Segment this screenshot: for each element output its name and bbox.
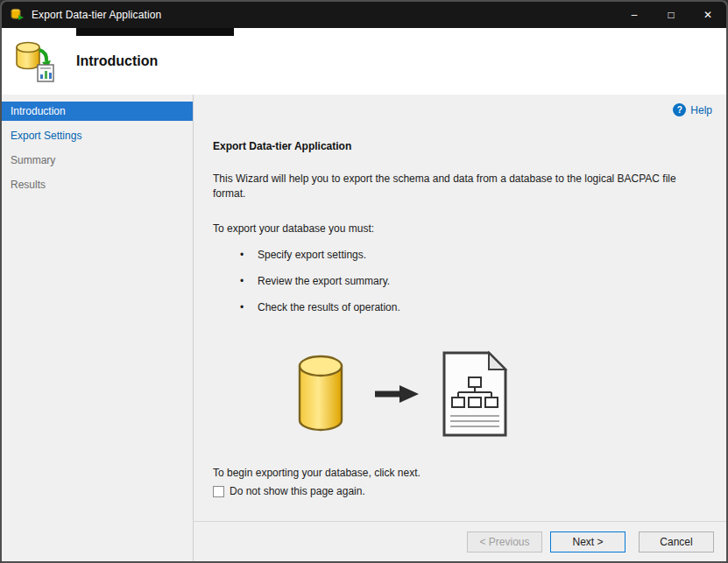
content-pane: ? Help Export Data-tier Application This… (194, 95, 726, 561)
list-item-text: Check the results of operation. (258, 301, 400, 313)
help-icon: ? (673, 103, 686, 116)
export-illustration (296, 350, 705, 440)
title-bar: Export Data-tier Application – □ ✕ (2, 2, 726, 28)
wizard-body: Introduction Export Settings Summary Res… (2, 95, 726, 561)
database-export-icon (11, 8, 25, 22)
content-inner: Export Data-tier Application This Wizard… (194, 119, 726, 521)
sidebar-item-summary: Summary (2, 151, 193, 170)
cancel-button[interactable]: Cancel (639, 531, 714, 552)
close-button[interactable]: ✕ (689, 2, 726, 28)
previous-button[interactable]: < Previous (467, 531, 542, 552)
help-link[interactable]: ? Help (673, 101, 712, 119)
bullet-icon: • (240, 301, 258, 313)
must-text: To export your database you must: (213, 222, 705, 235)
wizard-steps-nav: Introduction Export Settings Summary Res… (2, 95, 194, 561)
bullet-icon: • (240, 275, 258, 287)
right-arrow-icon (375, 384, 419, 407)
list-item: • Check the results of operation. (213, 301, 705, 313)
list-item: • Review the export summary. (213, 275, 705, 287)
dont-show-again-checkbox[interactable]: Do not show this page again. (213, 485, 365, 497)
wizard-header: Introduction (2, 28, 726, 95)
list-item-text: Review the export summary. (258, 275, 390, 287)
begin-text: To begin exporting your database, click … (213, 467, 705, 479)
help-row: ? Help (194, 95, 726, 119)
sidebar-item-export-settings[interactable]: Export Settings (2, 126, 193, 145)
requirements-list: • Specify export settings. • Review the … (213, 249, 705, 313)
checkbox-label: Do not show this page again. (230, 485, 365, 497)
window-controls: – □ ✕ (616, 2, 726, 28)
minimize-button[interactable]: – (616, 2, 653, 28)
database-cylinder-icon (296, 355, 345, 436)
content-heading: Export Data-tier Application (213, 140, 705, 152)
sidebar-item-introduction[interactable]: Introduction (2, 102, 193, 121)
bacpac-document-icon (442, 350, 508, 440)
intro-text: This Wizard will help you to export the … (213, 172, 703, 201)
window-title: Export Data-tier Application (32, 9, 161, 21)
sidebar-item-results: Results (2, 175, 193, 194)
bullet-icon: • (240, 249, 258, 261)
help-label: Help (690, 104, 712, 116)
checkbox-box[interactable] (213, 486, 224, 497)
list-item-text: Specify export settings. (258, 249, 366, 261)
background-window-artifact (76, 28, 234, 36)
page-title: Introduction (76, 53, 158, 69)
list-item: • Specify export settings. (213, 249, 705, 261)
export-dac-icon (13, 39, 57, 83)
export-wizard-window: Export Data-tier Application – □ ✕ (0, 0, 728, 563)
next-button[interactable]: Next > (550, 531, 626, 552)
maximize-button[interactable]: □ (653, 2, 689, 28)
footer-bar: < Previous Next > Cancel (194, 521, 726, 561)
